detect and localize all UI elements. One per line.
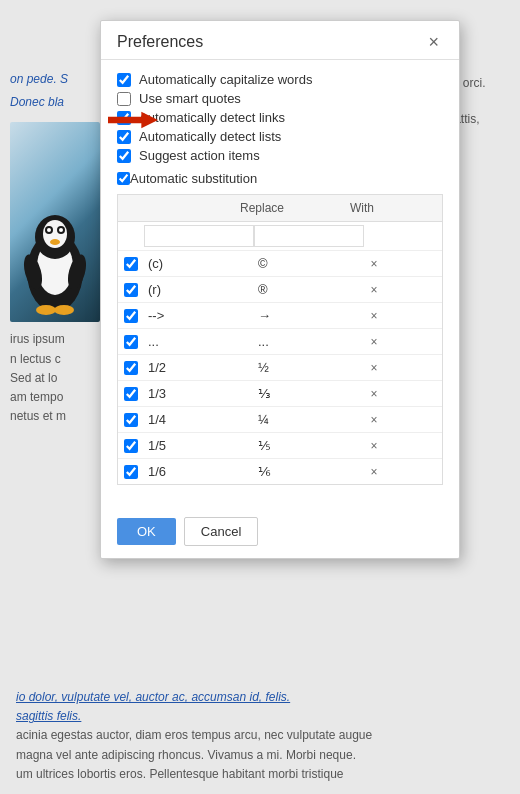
checkbox-row-lists: Automatically detect lists xyxy=(117,129,443,144)
svg-point-8 xyxy=(50,239,60,245)
auto-substitution-label[interactable]: Automatic substitution xyxy=(130,171,257,186)
table-row: 1/2½× xyxy=(118,355,442,381)
close-button[interactable]: × xyxy=(424,33,443,51)
checkbox-list: Automatically capitalize wordsUse smart … xyxy=(117,72,443,163)
delete-row-button[interactable]: × xyxy=(364,384,384,404)
svg-marker-13 xyxy=(108,112,158,129)
with-cell: ® xyxy=(254,279,364,300)
delete-row-button[interactable]: × xyxy=(364,410,384,430)
bottom-italic1: io dolor, vulputate vel, auctor ac, accu… xyxy=(16,690,290,704)
table-row: 1/3⅓× xyxy=(118,381,442,407)
table-row: 1/4¼× xyxy=(118,407,442,433)
replace-cell: ... xyxy=(144,331,254,352)
delete-row-button[interactable]: × xyxy=(364,332,384,352)
background-text-left: on pede. S Donec bla irus ipsum n lectus… xyxy=(0,60,105,436)
replace-input[interactable] xyxy=(144,225,254,247)
replace-cell: (c) xyxy=(144,253,254,274)
svg-point-7 xyxy=(59,228,63,232)
bottom-para1: acinia egestas auctor, diam eros tempus … xyxy=(16,726,504,745)
row-checkbox-8[interactable] xyxy=(124,465,138,479)
background-text-bottom: io dolor, vulputate vel, auctor ac, accu… xyxy=(0,678,520,794)
dialog-header: Preferences × xyxy=(101,21,459,60)
bottom-para2: magna vel ante adipiscing rhoncus. Vivam… xyxy=(16,746,504,765)
table-row: -->→× xyxy=(118,303,442,329)
with-header: With xyxy=(346,199,376,217)
with-input[interactable] xyxy=(254,225,364,247)
row-checkbox-4[interactable] xyxy=(124,361,138,375)
checkbox-cap[interactable] xyxy=(117,73,131,87)
with-cell: ¼ xyxy=(254,409,364,430)
checkbox-label-cap[interactable]: Automatically capitalize words xyxy=(139,72,312,87)
replace-cell: 1/2 xyxy=(144,357,254,378)
row-checkbox-7[interactable] xyxy=(124,439,138,453)
table-row: (r)®× xyxy=(118,277,442,303)
table-row: 1/5⅕× xyxy=(118,433,442,459)
preferences-dialog: Preferences × Automatically capitalize w… xyxy=(100,20,460,559)
bg-left-line2: Donec bla xyxy=(10,93,95,112)
dialog-footer: OK Cancel xyxy=(101,509,459,558)
delete-row-button[interactable]: × xyxy=(364,306,384,326)
table-row: (c)©× xyxy=(118,251,442,277)
bottom-italic2: sagittis felis. xyxy=(16,709,81,723)
bg-left-line6: am tempo xyxy=(10,388,95,407)
checkbox-label-action[interactable]: Suggest action items xyxy=(139,148,260,163)
row-checkbox-1[interactable] xyxy=(124,283,138,297)
ok-button[interactable]: OK xyxy=(117,518,176,545)
checkbox-smart[interactable] xyxy=(117,92,131,106)
delete-row-button[interactable]: × xyxy=(364,254,384,274)
checkbox-label-lists[interactable]: Automatically detect lists xyxy=(139,129,281,144)
svg-point-6 xyxy=(47,228,51,232)
checkbox-row-smart: Use smart quotes xyxy=(117,91,443,106)
with-cell: ⅙ xyxy=(254,461,364,482)
row-checkbox-2[interactable] xyxy=(124,309,138,323)
checkbox-label-smart[interactable]: Use smart quotes xyxy=(139,91,241,106)
delete-row-button[interactable]: × xyxy=(364,436,384,456)
penguin-image xyxy=(10,122,100,322)
checkbox-row-links: Automatically detect links xyxy=(117,110,443,125)
bg-left-line4: n lectus c xyxy=(10,350,95,369)
row-checkbox-0[interactable] xyxy=(124,257,138,271)
dialog-title: Preferences xyxy=(117,33,203,51)
auto-substitution-checkbox[interactable] xyxy=(117,172,130,185)
delete-row-button[interactable]: × xyxy=(364,358,384,378)
delete-row-button[interactable]: × xyxy=(364,462,384,482)
replace-header: Replace xyxy=(236,199,346,217)
row-checkbox-5[interactable] xyxy=(124,387,138,401)
bg-left-line1: on pede. S xyxy=(10,70,95,89)
svg-point-12 xyxy=(54,305,74,315)
row-checkbox-6[interactable] xyxy=(124,413,138,427)
replace-cell: (r) xyxy=(144,279,254,300)
svg-point-11 xyxy=(36,305,56,315)
cancel-button[interactable]: Cancel xyxy=(184,517,258,546)
checkbox-label-links[interactable]: Automatically detect links xyxy=(139,110,285,125)
replace-cell: 1/5 xyxy=(144,435,254,456)
replace-cell: 1/6 xyxy=(144,461,254,482)
bg-left-line5: Sed at lo xyxy=(10,369,95,388)
table-row: ......× xyxy=(118,329,442,355)
table-header: Replace With xyxy=(118,195,442,222)
with-cell: ... xyxy=(254,331,364,352)
bg-left-line3: irus ipsum xyxy=(10,330,95,349)
table-input-row xyxy=(118,222,442,251)
bottom-para3: um ultrices lobortis eros. Pellentesque … xyxy=(16,765,504,784)
with-cell: ½ xyxy=(254,357,364,378)
delete-row-button[interactable]: × xyxy=(364,280,384,300)
with-cell: © xyxy=(254,253,364,274)
table-row: 1/6⅙× xyxy=(118,459,442,484)
table-rows-container: (c)©×(r)®×-->→×......×1/2½×1/3⅓×1/4¼×1/5… xyxy=(118,251,442,484)
auto-substitution-row: Automatic substitution xyxy=(117,171,443,186)
with-cell: ⅕ xyxy=(254,435,364,456)
substitution-table[interactable]: Replace With (c)©×(r)®×-->→×......×1/2½×… xyxy=(117,194,443,485)
replace-cell: 1/4 xyxy=(144,409,254,430)
red-arrow xyxy=(108,108,158,132)
checkbox-row-cap: Automatically capitalize words xyxy=(117,72,443,87)
replace-cell: 1/3 xyxy=(144,383,254,404)
with-cell: → xyxy=(254,305,364,326)
bg-left-line7: netus et m xyxy=(10,407,95,426)
row-checkbox-3[interactable] xyxy=(124,335,138,349)
with-cell: ⅓ xyxy=(254,383,364,404)
checkbox-action[interactable] xyxy=(117,149,131,163)
replace-cell: --> xyxy=(144,305,254,326)
checkbox-row-action: Suggest action items xyxy=(117,148,443,163)
